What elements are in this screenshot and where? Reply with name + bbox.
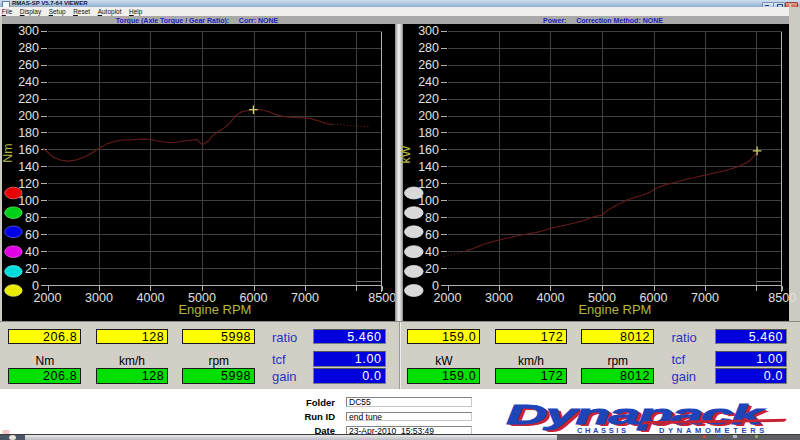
svg-text:240: 240 [18, 75, 39, 89]
svg-text:300: 300 [418, 24, 439, 38]
svg-text:160: 160 [18, 143, 39, 157]
svg-text:140: 140 [418, 160, 439, 174]
svg-text:280: 280 [18, 41, 39, 55]
svg-text:4000: 4000 [537, 291, 565, 305]
svg-text:260: 260 [418, 58, 439, 72]
svg-text:40: 40 [425, 245, 439, 259]
svg-text:Nm: Nm [1, 143, 15, 162]
svg-text:Engine RPM: Engine RPM [578, 302, 651, 317]
svg-text:280: 280 [418, 41, 439, 55]
svg-text:240: 240 [418, 75, 439, 89]
svg-text:180: 180 [418, 126, 439, 140]
svg-text:60: 60 [25, 228, 39, 242]
svg-text:220: 220 [418, 92, 439, 106]
svg-text:300: 300 [18, 24, 39, 38]
svg-text:20: 20 [425, 262, 439, 276]
svg-text:120: 120 [418, 177, 439, 191]
svg-text:200: 200 [418, 109, 439, 123]
svg-text:60: 60 [425, 228, 439, 242]
svg-text:Engine RPM: Engine RPM [178, 302, 251, 317]
svg-text:8500: 8500 [768, 291, 796, 305]
svg-text:7000: 7000 [691, 291, 719, 305]
svg-text:160: 160 [418, 143, 439, 157]
svg-text:4000: 4000 [137, 291, 165, 305]
svg-text:40: 40 [25, 245, 39, 259]
svg-text:80: 80 [425, 211, 439, 225]
svg-text:2000: 2000 [34, 291, 62, 305]
svg-text:80: 80 [25, 211, 39, 225]
svg-text:140: 140 [18, 160, 39, 174]
svg-text:7000: 7000 [291, 291, 319, 305]
svg-text:200: 200 [18, 109, 39, 123]
svg-text:220: 220 [18, 92, 39, 106]
svg-text:3000: 3000 [85, 291, 113, 305]
svg-text:260: 260 [18, 58, 39, 72]
svg-text:2000: 2000 [434, 291, 462, 305]
svg-text:20: 20 [25, 262, 39, 276]
svg-text:8500: 8500 [368, 291, 396, 305]
svg-text:3000: 3000 [485, 291, 513, 305]
svg-text:120: 120 [18, 177, 39, 191]
svg-text:180: 180 [18, 126, 39, 140]
svg-text:kW: kW [399, 145, 413, 163]
